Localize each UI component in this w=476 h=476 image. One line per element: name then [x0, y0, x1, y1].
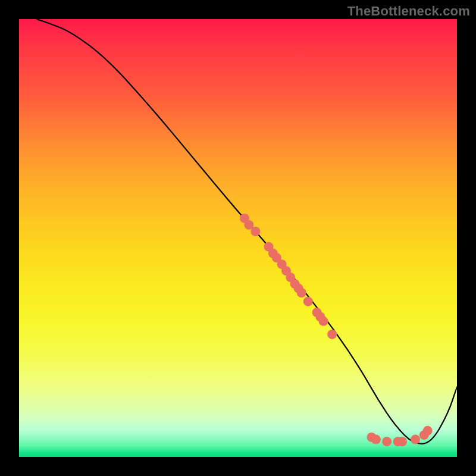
curve-layer [19, 19, 457, 457]
data-dot [303, 297, 313, 306]
bottleneck-curve [36, 19, 457, 444]
data-dot [250, 227, 260, 236]
data-dot [411, 435, 420, 444]
data-dots [240, 214, 433, 446]
data-dot [297, 288, 306, 298]
data-dot [397, 437, 407, 446]
data-dot [319, 317, 328, 326]
plot-area [19, 19, 457, 457]
brand-watermark: TheBottleneck.com [347, 4, 470, 19]
chart-container: TheBottleneck.com [0, 0, 476, 476]
data-dot [327, 330, 337, 339]
data-dot [423, 426, 433, 436]
data-dot [382, 437, 392, 446]
data-dot [371, 435, 381, 444]
